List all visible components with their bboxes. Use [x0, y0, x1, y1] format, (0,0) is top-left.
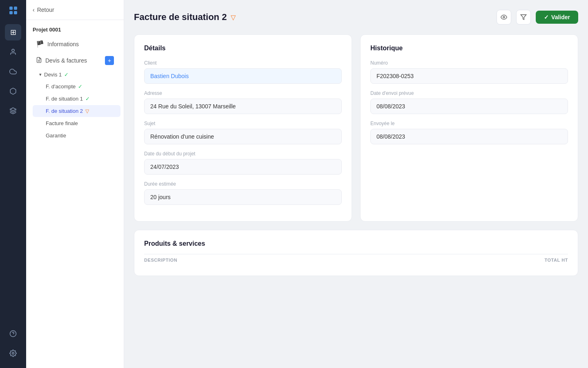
app-logo: [9, 7, 17, 14]
details-card-title: Détails: [144, 45, 342, 52]
date-debut-value: 24/07/2023: [144, 159, 342, 175]
col-total-ht: TOTAL HT: [544, 258, 568, 263]
adresse-field: Adresse 24 Rue du Soleil, 13007 Marseill…: [144, 90, 342, 114]
back-label: Retour: [37, 7, 54, 13]
svg-marker-1: [10, 108, 16, 111]
col-description: DESCRIPTION: [144, 258, 177, 263]
page-title-group: Facture de situation 2 ▽: [134, 12, 236, 22]
numero-label: Numéro: [370, 60, 568, 66]
page-title: Facture de situation 2: [134, 12, 227, 22]
sujet-label: Sujet: [144, 121, 342, 126]
svg-marker-8: [521, 15, 526, 20]
date-envoi-prevue-value: 08/08/2023: [370, 99, 568, 114]
sidebar-icon-cube[interactable]: [5, 83, 21, 99]
historique-card: Historique Numéro F202308-0253 Date d'en…: [360, 34, 578, 222]
left-panel: ‹ Retour Projet 0001 🏴 Informations Devi…: [26, 0, 124, 368]
page-header: Facture de situation 2 ▽ ✓ Valider: [134, 10, 578, 25]
envoyee-le-field: Envoyée le 08/08/2023: [370, 121, 568, 144]
devis-icon: [36, 57, 42, 64]
nav-label-devis-factures: Devis & factures: [45, 57, 87, 64]
table-header: DESCRIPTION TOTAL HT: [144, 254, 568, 266]
nav-item-facture-finale[interactable]: Facture finale: [33, 117, 120, 129]
add-devis-button[interactable]: +: [105, 56, 114, 65]
back-arrow-icon: ‹: [33, 7, 35, 13]
sidebar-icon-grid[interactable]: ⊞: [5, 24, 21, 40]
cards-row: Détails Client Bastien Dubois Adresse 24…: [134, 34, 578, 222]
devis-group-label: Devis 1: [44, 72, 62, 78]
sub-nav: ▾ Devis 1 ✓ F. d'acompte ✓ F. de situati…: [26, 69, 124, 142]
envoyee-le-label: Envoyée le: [370, 121, 568, 126]
historique-card-title: Historique: [370, 45, 568, 52]
nav-item-garantie[interactable]: Garantie: [33, 130, 120, 141]
eye-button[interactable]: [497, 10, 511, 25]
facture-finale-label: Facture finale: [46, 120, 78, 126]
nav-item-f-acompte[interactable]: F. d'acompte ✓: [33, 81, 120, 92]
validate-button[interactable]: ✓ Valider: [536, 11, 578, 24]
duree-field: Durée estimée 20 jours: [144, 181, 342, 205]
header-actions: ✓ Valider: [497, 10, 578, 25]
sidebar-icon-settings[interactable]: [5, 345, 21, 361]
f-situation-1-label: F. de situation 1: [46, 96, 83, 102]
numero-value: F202308-0253: [370, 68, 568, 84]
nav-item-devis-factures[interactable]: Devis & factures +: [29, 52, 120, 69]
numero-field: Numéro F202308-0253: [370, 60, 568, 84]
duree-value: 20 jours: [144, 189, 342, 205]
sidebar-icon-person[interactable]: [5, 44, 21, 60]
svg-point-7: [503, 16, 505, 18]
client-label: Client: [144, 60, 342, 66]
f-acompte-check-icon: ✓: [78, 83, 82, 90]
main-content: Facture de situation 2 ▽ ✓ Valider Détai…: [124, 0, 588, 368]
adresse-label: Adresse: [144, 90, 342, 96]
f-situation-2-label: F. de situation 2: [46, 108, 83, 114]
validate-label: Valider: [551, 14, 570, 20]
filter-button[interactable]: [516, 10, 531, 25]
svg-point-4: [12, 352, 14, 355]
sidebar-icon-layers[interactable]: [5, 103, 21, 119]
f-situation-1-check-icon: ✓: [85, 96, 90, 102]
date-envoi-prevue-label: Date d'envoi prévue: [370, 90, 568, 96]
client-value: Bastien Dubois: [144, 68, 342, 84]
sidebar-icon-cloud[interactable]: [5, 63, 21, 80]
sujet-value: Rénovation d'une cuisine: [144, 129, 342, 144]
sidebar-icon-help[interactable]: [5, 325, 21, 342]
nav-item-f-situation-1[interactable]: F. de situation 1 ✓: [33, 93, 120, 105]
informations-icon: 🏴: [36, 40, 44, 48]
project-label: Projet 0001: [26, 20, 124, 36]
products-card: Produits & services DESCRIPTION TOTAL HT: [134, 230, 578, 276]
details-card: Détails Client Bastien Dubois Adresse 24…: [134, 34, 352, 222]
date-envoi-prevue-field: Date d'envoi prévue 08/08/2023: [370, 90, 568, 114]
devis-check-icon: ✓: [64, 72, 69, 78]
sujet-field: Sujet Rénovation d'une cuisine: [144, 121, 342, 144]
sidebar-dark: ⊞: [0, 0, 26, 368]
svg-point-0: [12, 49, 14, 52]
page-title-badge-icon: ▽: [231, 13, 236, 21]
envoyee-le-value: 08/08/2023: [370, 129, 568, 144]
products-card-title: Produits & services: [144, 240, 568, 247]
date-debut-field: Date du début du projet 24/07/2023: [144, 151, 342, 175]
nav-item-informations[interactable]: 🏴 Informations: [29, 36, 120, 52]
date-debut-label: Date du début du projet: [144, 151, 342, 157]
f-situation-2-badge-icon: ▽: [85, 108, 89, 114]
f-acompte-label: F. d'acompte: [46, 83, 76, 90]
back-button[interactable]: ‹ Retour: [26, 0, 124, 20]
client-field: Client Bastien Dubois: [144, 60, 342, 84]
chevron-down-icon: ▾: [39, 72, 42, 77]
garantie-label: Garantie: [46, 132, 66, 139]
nav-item-f-situation-2[interactable]: F. de situation 2 ▽: [33, 105, 120, 117]
nav-label-informations: Informations: [47, 41, 79, 47]
adresse-value: 24 Rue du Soleil, 13007 Marseille: [144, 99, 342, 114]
duree-label: Durée estimée: [144, 181, 342, 187]
validate-check-icon: ✓: [544, 14, 549, 20]
devis-group[interactable]: ▾ Devis 1 ✓: [33, 69, 124, 80]
